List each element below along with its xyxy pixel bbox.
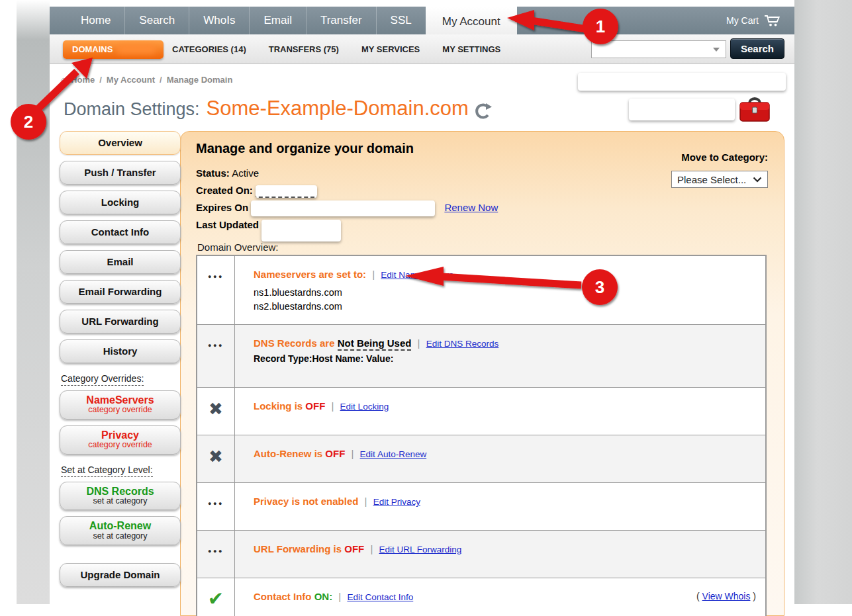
top-navigation-bar: Home Search WhoIs Email Transfer SSL My … — [50, 7, 794, 34]
status-value: Active — [232, 167, 259, 179]
domain-search-combobox[interactable] — [591, 40, 726, 58]
row-status: ON: — [314, 591, 333, 602]
sidebar-item-email[interactable]: Email — [60, 250, 181, 274]
row-title: Locking is — [254, 400, 303, 412]
table-row-url-forwarding: ●●● URL Forwarding is OFF | Edit URL For… — [197, 530, 765, 578]
row-title: Privacy is not enabled — [254, 496, 358, 507]
nameserver-value: ns2.bluestardns.com — [254, 300, 756, 314]
table-row-locking: ✖ Locking is OFF | Edit Locking — [197, 387, 765, 435]
sidebar-item-push-transfer[interactable]: Push / Transfer — [60, 161, 181, 185]
dots-icon: ●●● — [208, 342, 224, 349]
view-whois-link[interactable]: View Whois — [702, 591, 751, 601]
record-meta: Record Type:Host Name: Value: — [254, 353, 756, 364]
tab-ssl[interactable]: SSL — [376, 7, 426, 34]
search-button[interactable]: Search — [730, 38, 784, 59]
tab-transfer[interactable]: Transfer — [306, 7, 376, 34]
tab-whois[interactable]: WhoIs — [189, 7, 249, 34]
sidebar-item-contact-info[interactable]: Contact Info — [60, 220, 181, 244]
table-row-auto-renew: ✖ Auto-Renew is OFF | Edit Auto-Renew — [197, 435, 765, 482]
cart-icon — [764, 14, 781, 27]
domain-settings-sidebar: Overview Push / Transfer Locking Contact… — [60, 131, 181, 593]
edit-auto-renew-link[interactable]: Edit Auto-Renew — [360, 449, 427, 459]
tab-home[interactable]: Home — [67, 7, 124, 34]
redacted-created-date — [256, 185, 317, 198]
category-select[interactable]: Please Select... — [671, 171, 768, 188]
toolbox-icon[interactable] — [738, 94, 771, 124]
redacted-expiry-date — [251, 200, 435, 216]
breadcrumb-my-account[interactable]: My Account — [107, 75, 155, 85]
edit-contact-info-link[interactable]: Edit Contact Info — [347, 592, 413, 602]
separator: | — [352, 448, 354, 459]
home-icon: ⌂ — [60, 74, 66, 85]
separator: | — [332, 400, 334, 412]
category-overrides-heading: Category Overrides: — [60, 373, 181, 384]
set-at-category-heading: Set at Category Level: — [60, 464, 181, 475]
breadcrumb-home[interactable]: Home — [71, 75, 95, 85]
panel-heading: Manage and organize your domain — [196, 141, 414, 156]
table-row-contact-info: ✔ Contact Info ON: | Edit Contact Info (… — [197, 578, 765, 616]
created-line: Created On: — [196, 182, 498, 199]
separator: | — [338, 591, 341, 602]
upgrade-domain-button[interactable]: Upgrade Domain — [60, 563, 181, 587]
subnav-item-transfers[interactable]: TRANSFERS (75) — [269, 44, 339, 54]
outer-background-left — [17, 0, 50, 604]
sidebar-item-nameservers-override[interactable]: NameServers category override — [60, 390, 181, 419]
edit-url-forwarding-link[interactable]: Edit URL Forwarding — [379, 545, 462, 554]
subnav-item-categories[interactable]: CATEGORIES (14) — [172, 44, 246, 54]
account-sub-navigation: DOMAINS CATEGORIES (14) TRANSFERS (75) M… — [50, 34, 794, 64]
redacted-field — [629, 99, 735, 120]
table-row-privacy: ●●● Privacy is not enabled | Edit Privac… — [197, 482, 765, 530]
sidebar-item-url-forwarding[interactable]: URL Forwarding — [60, 310, 181, 333]
tab-search[interactable]: Search — [124, 7, 189, 34]
dropdown-arrow-icon[interactable] — [713, 48, 720, 52]
sidebar-item-auto-renew-category[interactable]: Auto-Renew set at category — [60, 516, 181, 545]
sidebar-item-email-forwarding[interactable]: Email Forwarding — [60, 280, 181, 304]
separator: | — [418, 337, 420, 349]
category-sublabel: set at category — [60, 532, 180, 541]
my-cart-label: My Cart — [726, 15, 759, 26]
row-title: URL Forwarding is — [254, 543, 342, 554]
override-sublabel: category override — [60, 406, 180, 415]
page: Home Search WhoIs Email Transfer SSL My … — [50, 0, 794, 616]
subnav-items: CATEGORIES (14) TRANSFERS (75) MY SERVIC… — [172, 34, 500, 64]
domain-name: Some-Example-Domain.com — [207, 97, 469, 120]
page-title-prefix: Domain Settings: — [64, 99, 200, 120]
chevron-down-icon — [753, 177, 762, 183]
domain-overview-label: Domain Overview: — [197, 242, 279, 253]
edit-locking-link[interactable]: Edit Locking — [340, 402, 389, 412]
renew-now-link[interactable]: Renew Now — [444, 202, 498, 213]
domain-overview-panel: Manage and organize your domain Status: … — [180, 131, 784, 616]
row-status: Not Being Used — [338, 337, 412, 351]
edit-dns-records-link[interactable]: Edit DNS Records — [426, 339, 499, 349]
row-title: DNS Records are — [254, 337, 335, 349]
separator: | — [370, 543, 373, 554]
category-label: DNS Records — [60, 486, 180, 497]
subnav-item-my-settings[interactable]: MY SETTINGS — [442, 44, 500, 54]
breadcrumb-manage-domain: Manage Domain — [167, 75, 233, 85]
check-icon: ✔ — [208, 592, 224, 606]
row-title: Contact Info — [254, 591, 312, 602]
row-status: OFF — [305, 400, 325, 412]
subnav-item-domains[interactable]: DOMAINS — [63, 40, 164, 59]
sidebar-item-history[interactable]: History — [60, 339, 181, 363]
refresh-icon[interactable] — [474, 102, 493, 120]
dots-icon: ●●● — [208, 500, 224, 507]
sidebar-item-dns-records-category[interactable]: DNS Records set at category — [60, 482, 181, 511]
table-row-dns-records: ●●● DNS Records are Not Being Used | Edi… — [197, 324, 765, 387]
table-row-nameservers: ●●● Nameservers are set to: | Edit NameS… — [197, 256, 765, 324]
edit-privacy-link[interactable]: Edit Privacy — [373, 497, 420, 507]
page-title: Domain Settings: Some-Example-Domain.com — [64, 97, 493, 120]
sidebar-item-locking[interactable]: Locking — [60, 191, 181, 214]
nameserver-value: ns1.bluestardns.com — [254, 286, 756, 300]
category-label: Auto-Renew — [60, 520, 180, 531]
separator: | — [372, 269, 375, 280]
sidebar-item-overview[interactable]: Overview — [60, 131, 181, 155]
breadcrumb: ⌂ Home / My Account / Manage Domain — [60, 74, 232, 85]
my-cart-button[interactable]: My Cart — [726, 7, 781, 34]
tab-email[interactable]: Email — [249, 7, 306, 34]
edit-nameservers-link[interactable]: Edit NameServers — [381, 270, 453, 280]
domain-search-input[interactable] — [589, 41, 713, 58]
status-line: Status: Active — [196, 165, 498, 182]
subnav-item-my-services[interactable]: MY SERVICES — [361, 44, 420, 54]
sidebar-item-privacy-override[interactable]: Privacy category override — [60, 425, 181, 455]
